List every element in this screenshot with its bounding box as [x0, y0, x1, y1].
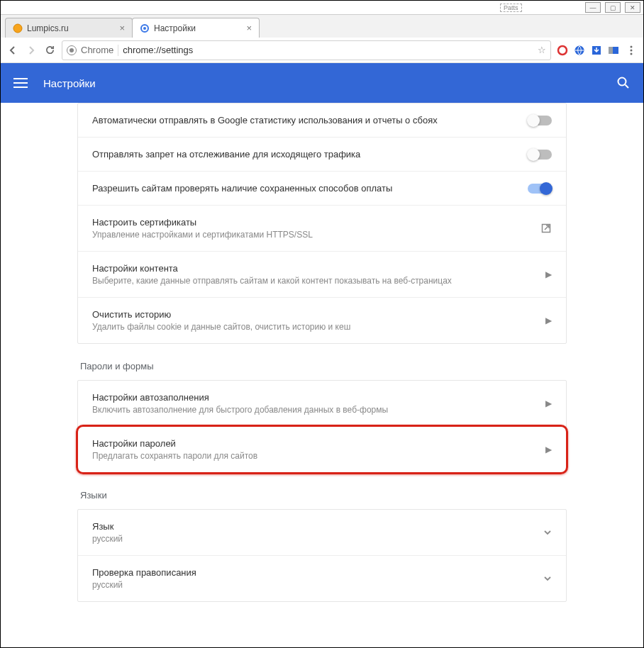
row-title: Настройки автозаполнения: [92, 392, 545, 403]
extension-translate-icon[interactable]: [608, 45, 619, 56]
omnibox-origin: Chrome: [81, 45, 113, 55]
svg-point-8: [631, 45, 633, 48]
row-title: Отправлять запрет на отслеживание для ис…: [92, 149, 528, 160]
row-payment-check[interactable]: Разрешить сайтам проверять наличие сохра…: [78, 172, 566, 206]
forward-button: [25, 44, 38, 57]
chevron-right-icon: ▶: [545, 398, 552, 408]
external-link-icon: [540, 223, 552, 234]
search-icon[interactable]: [616, 76, 631, 90]
languages-card: Язык русский Проверка правописания русск…: [77, 509, 567, 602]
row-language[interactable]: Язык русский: [78, 510, 566, 556]
back-button[interactable]: [6, 44, 19, 57]
page-title: Настройки: [43, 77, 96, 89]
close-window-button[interactable]: ✕: [625, 2, 640, 13]
svg-point-3: [558, 46, 567, 55]
row-subtitle: Управление настройками и сертификатами H…: [92, 230, 540, 240]
row-do-not-track[interactable]: Отправлять запрет на отслеживание для ис…: [78, 138, 566, 172]
omnibox-separator: [118, 45, 118, 56]
row-title: Настроить сертификаты: [92, 217, 540, 228]
row-title: Автоматически отправлять в Google статис…: [92, 115, 528, 125]
passwords-card: Настройки автозаполнения Включить автоза…: [77, 380, 567, 473]
row-subtitle: Предлагать сохранять пароли для сайтов: [92, 451, 545, 461]
row-title: Настройки контента: [92, 263, 545, 274]
row-title: Очистить историю: [92, 309, 545, 320]
titlebar-hint: Patts: [500, 4, 522, 12]
row-title: Проверка правописания: [92, 567, 543, 578]
extension-globe-icon[interactable]: [574, 45, 585, 56]
chrome-icon: [67, 45, 77, 55]
tab-strip: Lumpics.ru × Настройки ×: [1, 15, 643, 38]
row-title: Разрешить сайтам проверять наличие сохра…: [92, 183, 528, 194]
svg-rect-7: [613, 47, 618, 54]
reload-button[interactable]: [43, 44, 56, 57]
settings-content: Автоматически отправлять в Google статис…: [77, 103, 567, 647]
row-subtitle: русский: [92, 580, 543, 590]
privacy-card: Автоматически отправлять в Google статис…: [77, 103, 567, 344]
chevron-right-icon: ▶: [545, 269, 552, 279]
settings-header: Настройки: [1, 63, 643, 103]
hamburger-menu-icon[interactable]: [13, 78, 28, 88]
gear-favicon: [140, 23, 150, 33]
chevron-right-icon: ▶: [545, 315, 552, 325]
section-languages: Языки: [80, 490, 567, 501]
svg-point-11: [618, 78, 626, 86]
svg-line-12: [626, 85, 629, 89]
row-spellcheck[interactable]: Проверка правописания русский: [78, 556, 566, 601]
orange-favicon: [13, 23, 23, 33]
toggle-switch[interactable]: [528, 150, 552, 160]
row-password-settings[interactable]: Настройки паролей Предлагать сохранять п…: [78, 427, 566, 472]
row-title: Язык: [92, 521, 543, 532]
maximize-button[interactable]: ▢: [605, 2, 621, 13]
omnibox-url: chrome://settings: [123, 45, 533, 55]
tab-label: Lumpics.ru: [27, 23, 69, 33]
svg-point-9: [631, 49, 633, 51]
bookmark-star-icon[interactable]: ☆: [538, 45, 546, 55]
tab-lumpics[interactable]: Lumpics.ru ×: [5, 18, 133, 38]
row-certificates[interactable]: Настроить сертификаты Управление настрой…: [78, 206, 566, 252]
row-autofill[interactable]: Настройки автозаполнения Включить автоза…: [78, 381, 566, 427]
row-usage-stats[interactable]: Автоматически отправлять в Google статис…: [78, 104, 566, 138]
row-subtitle: Удалить файлы cookie и данные сайтов, оч…: [92, 322, 545, 332]
section-passwords: Пароли и формы: [80, 361, 567, 372]
toggle-switch[interactable]: [528, 184, 552, 194]
close-tab-icon[interactable]: ×: [119, 23, 125, 33]
svg-point-0: [13, 24, 22, 33]
row-subtitle: Выберите, какие данные отправлять сайтам…: [92, 276, 545, 286]
tab-label: Настройки: [154, 23, 196, 33]
menu-button[interactable]: [625, 44, 638, 57]
extension-opera-icon[interactable]: [557, 45, 568, 56]
close-tab-icon[interactable]: ×: [246, 23, 252, 33]
tab-settings[interactable]: Настройки ×: [132, 18, 260, 38]
toolbar: Chrome chrome://settings ☆: [1, 38, 643, 63]
chevron-down-icon: [543, 574, 552, 583]
row-subtitle: Включить автозаполнение для быстрого доб…: [92, 405, 545, 415]
svg-point-2: [143, 27, 146, 30]
settings-scroll[interactable]: Автоматически отправлять в Google статис…: [1, 103, 643, 647]
browser-window: Patts — ▢ ✕ Lumpics.ru × Настройки ×: [0, 0, 644, 648]
minimize-button[interactable]: —: [585, 2, 601, 13]
page: Настройки Автоматически отправлять в Goo…: [1, 63, 643, 647]
address-bar[interactable]: Chrome chrome://settings ☆: [62, 40, 551, 60]
toggle-switch[interactable]: [528, 116, 552, 125]
svg-point-10: [631, 52, 633, 55]
row-title: Настройки паролей: [92, 438, 545, 449]
row-content-settings[interactable]: Настройки контента Выберите, какие данны…: [78, 252, 566, 298]
row-clear-history[interactable]: Очистить историю Удалить файлы cookie и …: [78, 298, 566, 343]
highlight-box: Настройки паролей Предлагать сохранять п…: [76, 425, 568, 474]
chevron-down-icon: [543, 528, 552, 537]
row-subtitle: русский: [92, 534, 543, 544]
chevron-right-icon: ▶: [545, 445, 552, 454]
os-titlebar: Patts — ▢ ✕: [1, 1, 643, 15]
extension-download-icon[interactable]: [591, 45, 602, 56]
